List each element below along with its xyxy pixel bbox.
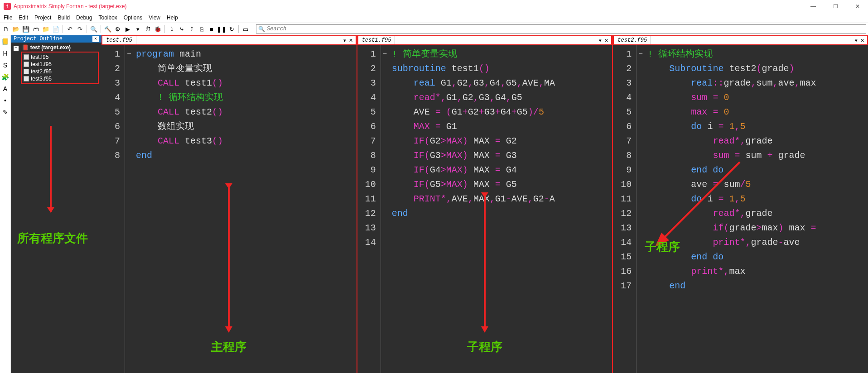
outline-file[interactable]: test.f95 xyxy=(24,53,96,61)
line-gutter: 1234567891011121314 xyxy=(357,45,381,373)
code-text[interactable]: program main 简单变量实现 CALL test1() ! 循环结构实… xyxy=(133,45,357,373)
search-box[interactable]: 🔍 xyxy=(256,24,866,33)
window-title: Approximatrix Simply Fortran - test (tar… xyxy=(14,3,126,10)
sub-icon[interactable]: S xyxy=(3,62,7,69)
menu-build[interactable]: Build xyxy=(58,14,70,21)
file-tab[interactable]: test2.f95 xyxy=(614,36,651,44)
abc-icon[interactable]: A xyxy=(3,85,7,92)
hammer-icon[interactable]: 🔨 xyxy=(104,25,112,33)
code-text[interactable]: ! 简单变量实现subroutine test1() real G1,G2,G3… xyxy=(389,45,612,373)
tab-dropdown-icon[interactable]: ▾ xyxy=(599,38,602,43)
save-icon[interactable]: 💾 xyxy=(22,25,30,33)
outline-header: Project Outline × xyxy=(11,35,101,43)
outline-close-icon[interactable]: × xyxy=(92,36,99,42)
search-icon[interactable]: 🔍 xyxy=(90,25,98,33)
fold-column: − xyxy=(637,45,645,373)
project-outline-panel: Project Outline × − 📕 test (target.exe) … xyxy=(11,35,101,373)
open-icon[interactable]: 📂 xyxy=(12,25,20,33)
pause-icon[interactable]: ❚❚ xyxy=(217,25,226,33)
menu-help[interactable]: Help xyxy=(167,14,178,21)
file-icon xyxy=(24,76,29,81)
file-tab[interactable]: test1.f95 xyxy=(358,36,395,44)
wizard-icon[interactable]: 📄 xyxy=(52,25,60,33)
menu-project[interactable]: Project xyxy=(34,14,51,21)
undo-icon[interactable]: ↶ xyxy=(66,25,74,33)
file-tab[interactable]: test.f95 xyxy=(102,36,136,44)
step-out-icon[interactable]: ⤴ xyxy=(188,25,196,33)
tab-dropdown-icon[interactable]: ▾ xyxy=(343,38,346,43)
menubar: FileEditProjectBuildDebugToolboxOptionsV… xyxy=(0,13,868,23)
book-icon[interactable]: 📒 xyxy=(1,38,9,45)
clock-icon[interactable]: ⏱ xyxy=(144,25,152,33)
outline-file[interactable]: test1.f95 xyxy=(24,61,96,68)
maximize-button[interactable]: ☐ xyxy=(829,1,843,11)
menu-options[interactable]: Options xyxy=(124,14,142,21)
separator xyxy=(164,25,165,33)
gear-icon[interactable]: ⚙ xyxy=(114,25,122,33)
search-input[interactable] xyxy=(267,26,864,32)
step-over-icon[interactable]: ⤵ xyxy=(168,25,176,33)
menu-file[interactable]: File xyxy=(4,14,12,21)
bullet-icon[interactable]: • xyxy=(4,97,6,104)
tab-close-icon[interactable]: ✕ xyxy=(860,38,864,43)
run-dropdown-icon[interactable]: ▾ xyxy=(134,25,142,33)
outline-file-label: test2.f95 xyxy=(31,68,52,75)
menu-toolbox[interactable]: Toolbox xyxy=(98,14,117,21)
folder-gear-icon[interactable]: 📁 xyxy=(42,25,50,33)
term-icon[interactable]: ▭ xyxy=(241,25,250,33)
code-text[interactable]: ! 循环结构实现 Subroutine test2(grade) real::g… xyxy=(645,45,868,373)
outline-file-label: test.f95 xyxy=(31,54,48,60)
stop-icon[interactable]: ■ xyxy=(207,25,216,33)
app-icon: f xyxy=(4,3,11,10)
annotation-arrow xyxy=(50,126,52,212)
separator xyxy=(238,25,239,33)
editor-pane: test2.f95▾✕1234567891011121314151617−! 循… xyxy=(612,35,868,373)
step-into-icon[interactable]: ⤷ xyxy=(178,25,186,33)
code-area[interactable]: 12345678−program main 简单变量实现 CALL test1(… xyxy=(101,45,357,373)
restart-icon[interactable]: ↻ xyxy=(227,25,236,33)
save-all-icon[interactable]: 🗃 xyxy=(32,25,40,33)
outline-file[interactable]: test3.f95 xyxy=(24,75,96,82)
tabstrip: test.f95▾✕ xyxy=(101,35,357,45)
separator xyxy=(101,25,101,33)
menu-edit[interactable]: Edit xyxy=(19,14,28,21)
collapse-icon[interactable]: − xyxy=(14,46,19,51)
tabstrip: test1.f95▾✕ xyxy=(357,35,612,45)
code-area[interactable]: 1234567891011121314−! 简单变量实现subroutine t… xyxy=(357,45,612,373)
menu-view[interactable]: View xyxy=(149,14,160,21)
separator xyxy=(63,25,63,33)
tab-close-icon[interactable]: ✕ xyxy=(349,38,353,43)
outline-title: Project Outline xyxy=(14,36,63,42)
tab-dropdown-icon[interactable]: ▾ xyxy=(855,38,858,43)
annotation-label: 所有程序文件 xyxy=(17,230,88,246)
editor-pane: test1.f95▾✕1234567891011121314−! 简单变量实现s… xyxy=(357,35,612,373)
line-gutter: 1234567891011121314151617 xyxy=(613,45,637,373)
cursor-icon[interactable]: ⎘ xyxy=(198,25,206,33)
redo-icon[interactable]: ↷ xyxy=(76,25,84,33)
annotation-label: 子程序 xyxy=(645,239,680,255)
file-icon xyxy=(24,62,29,67)
fold-column: − xyxy=(381,45,389,373)
file-icon xyxy=(24,69,29,74)
outline-root[interactable]: − 📕 test (target.exe) xyxy=(14,44,99,51)
pencil-icon[interactable]: ✎ xyxy=(3,109,8,116)
outline-root-label: test (target.exe) xyxy=(30,44,71,51)
titlebar: f Approximatrix Simply Fortran - test (t… xyxy=(0,0,868,13)
outline-file-label: test3.f95 xyxy=(31,76,52,82)
bug-icon[interactable]: 🐞 xyxy=(154,25,162,33)
tab-close-icon[interactable]: ✕ xyxy=(604,38,608,43)
menu-debug[interactable]: Debug xyxy=(76,14,92,21)
close-button[interactable]: ✕ xyxy=(851,1,864,11)
hf-icon[interactable]: H xyxy=(3,50,7,57)
search-icon: 🔍 xyxy=(258,26,265,32)
new-file-icon[interactable]: 🗋 xyxy=(2,25,10,33)
outline-file[interactable]: test2.f95 xyxy=(24,68,96,75)
line-gutter: 12345678 xyxy=(101,45,125,373)
code-area[interactable]: 1234567891011121314151617−! 循环结构实现 Subro… xyxy=(613,45,868,373)
puzzle-icon[interactable]: 🧩 xyxy=(1,73,9,81)
toolbar: 🗋📂💾🗃📁📄↶↷🔍🔨⚙▶▾⏱🐞⤵⤷⤴⎘■❚❚↻▭ 🔍 xyxy=(0,23,868,35)
minimize-button[interactable]: — xyxy=(806,1,820,11)
tabstrip: test2.f95▾✕ xyxy=(613,35,868,45)
fold-column: − xyxy=(125,45,133,373)
run-icon[interactable]: ▶ xyxy=(124,25,132,33)
